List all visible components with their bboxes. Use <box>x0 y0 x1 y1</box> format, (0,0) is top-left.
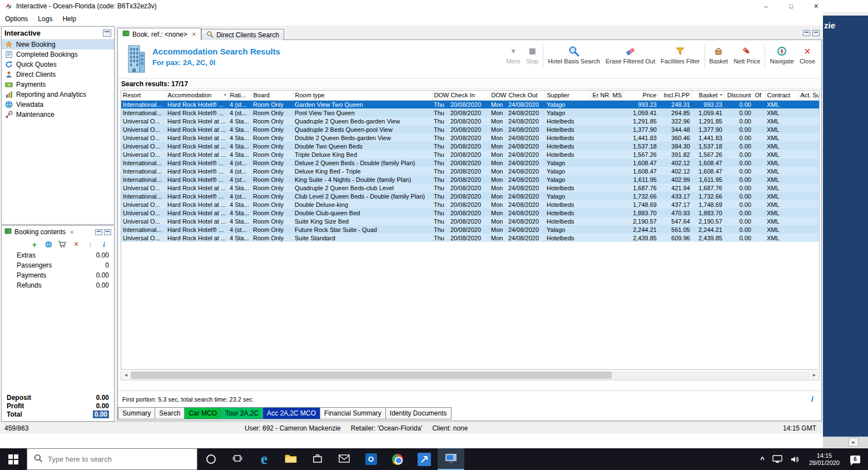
column-header-1[interactable]: Accommodation▼ <box>166 91 228 100</box>
mail-button[interactable] <box>331 448 358 470</box>
close-results-button[interactable]: ✕ Close <box>797 44 818 65</box>
volume-icon[interactable] <box>786 456 804 463</box>
table-row[interactable]: International...Hard Rock Hotel® ...4 (s… <box>121 175 819 184</box>
edge-taskbar-button[interactable]: e <box>251 448 277 470</box>
panel-pin-icon[interactable] <box>103 29 111 37</box>
table-row[interactable]: Universal O...Hard Rock Hotel at ...4 St… <box>121 150 819 159</box>
horizontal-scrollbar[interactable]: ◄ ► <box>121 371 820 380</box>
table-row[interactable]: International...Hard Rock Hotel® ...4 (s… <box>121 108 819 117</box>
bottom-tab-financial-summary[interactable]: Financial Summary <box>320 407 386 419</box>
basket-button[interactable]: Basket <box>707 44 731 65</box>
info-icon[interactable]: i <box>100 240 108 249</box>
bottom-tab-search[interactable]: Search <box>155 407 185 419</box>
table-row[interactable]: Universal O...Hard Rock Hotel at ...4 St… <box>121 184 819 192</box>
upload-icon[interactable]: ↑ <box>86 240 95 249</box>
erase-filtered-out-button[interactable]: Erase Filtered Out <box>603 44 658 65</box>
cortana-button[interactable] <box>197 448 224 470</box>
column-header-3[interactable]: Board <box>251 91 293 100</box>
cart-icon[interactable] <box>58 240 67 249</box>
table-row[interactable]: International...Hard Rock Hotel® ...4 (s… <box>121 159 819 167</box>
table-row[interactable]: Universal O...Hard Rock Hotel at ...4 St… <box>121 117 819 125</box>
taskbar-search[interactable] <box>27 448 197 470</box>
filter-icon[interactable]: ▼ <box>224 93 227 97</box>
tab-close-icon[interactable]: ✕ <box>192 31 196 37</box>
column-header-13[interactable]: Price <box>622 91 658 100</box>
column-header-4[interactable]: Room type <box>293 91 432 100</box>
sidebar-item-viewdata[interactable]: Viewdata <box>2 100 114 110</box>
task-view-button[interactable] <box>224 448 251 470</box>
facilities-filter-button[interactable]: Facilities Filter <box>658 44 702 65</box>
nett-price-button[interactable]: Nett Price <box>731 44 763 65</box>
bottom-tab-tour[interactable]: Tour 2A,2C <box>221 407 263 419</box>
panel-minimize-icon[interactable] <box>803 30 810 36</box>
menu-help[interactable]: Help <box>57 13 81 24</box>
close-icon[interactable]: ✕ <box>803 0 829 12</box>
column-header-18[interactable]: Contract <box>765 91 798 100</box>
action-center-button[interactable]: 6 <box>845 456 868 463</box>
column-header-7[interactable]: DOW <box>489 91 507 100</box>
bottom-tab-identity-documents[interactable]: Identity Documents <box>386 407 452 419</box>
table-row[interactable]: Universal O...Hard Rock Hotel at ...4 St… <box>121 209 819 217</box>
table-row[interactable]: Universal O...Hard Rock Hotel at ...4 St… <box>121 142 819 150</box>
start-button[interactable] <box>0 448 27 470</box>
sidebar-item-payments[interactable]: Payments <box>2 80 114 90</box>
tab-direct-clients-search[interactable]: Direct Clients Search <box>201 29 284 40</box>
sidebar-item-maintenance[interactable]: Maintenance <box>2 110 114 120</box>
column-header-9[interactable]: Supplier <box>545 91 591 100</box>
bottom-tab-car-mco[interactable]: Car MCO <box>185 407 221 419</box>
tab-book-ref[interactable]: Book. ref.: <none> ✕ <box>117 28 201 40</box>
interactive-app-button[interactable] <box>438 448 464 470</box>
column-header-19[interactable]: Act. Su... <box>798 91 819 100</box>
network-icon[interactable] <box>768 455 786 463</box>
table-row[interactable]: International...Hard Rock Hotel® ...4 (s… <box>121 167 819 175</box>
hotel-basis-search-button[interactable]: Hotel Basis Search <box>545 44 603 65</box>
sidebar-item-direct-clients[interactable]: Direct Clients <box>2 70 114 80</box>
sort-icon[interactable]: ▼ <box>720 93 723 97</box>
add-icon[interactable]: + <box>30 240 39 249</box>
chrome-button[interactable] <box>384 448 411 470</box>
booking-row-refunds[interactable]: Refunds 0.00 <box>2 280 114 290</box>
column-header-6[interactable]: Check In <box>449 91 489 100</box>
table-row[interactable]: Universal O...Hard Rock Hotel at ...4 St… <box>121 217 819 225</box>
booking-contents-close-icon[interactable]: ✕ <box>70 229 74 235</box>
delete-icon[interactable]: ✕ <box>72 240 81 249</box>
sidebar-item-reporting-and-analytics[interactable]: Reporting and Analytics <box>2 90 114 100</box>
booking-row-extras[interactable]: Extras 0.00 <box>2 250 114 260</box>
column-header-16[interactable]: Discount <box>724 91 753 100</box>
column-header-14[interactable]: Incl.Fl.PP <box>658 91 692 100</box>
menu-options[interactable]: Options <box>0 13 33 24</box>
panel-restore-icon[interactable] <box>812 30 820 36</box>
scroll-right-icon[interactable]: ► <box>810 371 819 379</box>
column-header-15[interactable]: Basket▼ <box>692 91 724 100</box>
table-row[interactable]: International...Hard Rock Hotel® ...4 (s… <box>121 192 819 200</box>
table-row[interactable]: Universal O...Hard Rock Hotel at ...4 St… <box>121 125 819 133</box>
table-row[interactable]: Universal O...Hard Rock Hotel at ...4 St… <box>121 200 819 209</box>
info-icon[interactable]: i <box>811 394 814 404</box>
web-icon[interactable] <box>44 240 53 249</box>
table-row[interactable]: Universal O...Hard Rock Hotel at ...4 St… <box>121 234 819 242</box>
column-header-17[interactable]: Of <box>753 91 765 100</box>
column-header-10[interactable]: Er <box>591 91 598 100</box>
sidebar-item-new-booking[interactable]: New Booking <box>2 39 114 50</box>
column-header-2[interactable]: Rati... <box>228 91 251 100</box>
column-header-5[interactable]: DOW <box>432 91 449 100</box>
search-input[interactable] <box>48 455 170 463</box>
store-button[interactable] <box>304 448 331 470</box>
scroll-right-icon[interactable]: ► <box>849 438 859 447</box>
minimize-icon[interactable]: – <box>753 0 778 12</box>
tray-expand-icon[interactable]: ^ <box>756 455 768 463</box>
booking-panel-minimize-icon[interactable] <box>95 229 102 235</box>
table-row[interactable]: International...Hard Rock Hotel® ...4 (s… <box>121 100 819 108</box>
table-row[interactable]: Universal O...Hard Rock Hotel at ...4 St… <box>121 133 819 142</box>
scroll-left-icon[interactable]: ◄ <box>121 371 131 379</box>
column-header-11[interactable]: NR <box>598 91 611 100</box>
outlook-button[interactable]: O <box>358 448 384 470</box>
booking-row-passengers[interactable]: Passengers 0 <box>2 260 114 270</box>
bottom-tab-acc-mco[interactable]: Acc 2A,2C MCO <box>263 407 320 419</box>
menu-logs[interactable]: Logs <box>33 13 57 24</box>
file-explorer-button[interactable] <box>277 448 304 470</box>
booking-row-payments[interactable]: Payments 0.00 <box>2 270 114 280</box>
scrollbar-thumb[interactable] <box>131 372 612 379</box>
column-header-8[interactable]: Check Out <box>507 91 545 100</box>
sidebar-item-completed-bookings[interactable]: Completed Bookings <box>2 50 114 60</box>
